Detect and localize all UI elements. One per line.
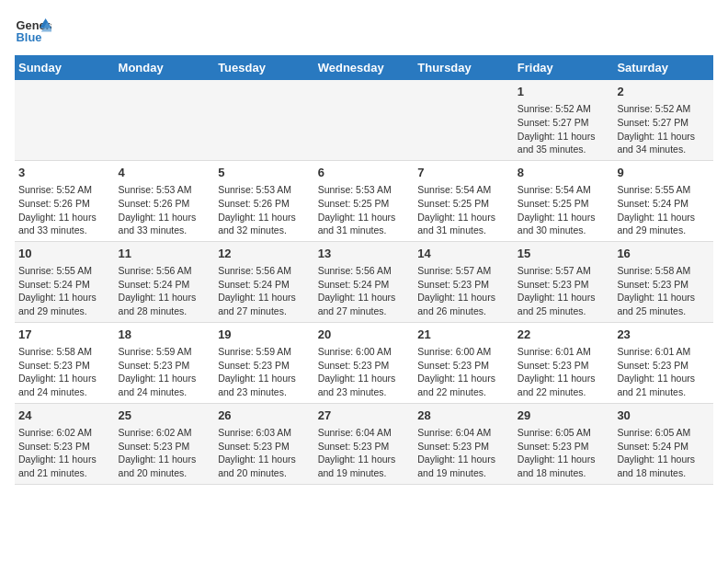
day-info: Sunrise: 6:02 AM — [119, 426, 211, 440]
day-info: Sunset: 5:26 PM — [119, 197, 211, 211]
calendar-cell: 24Sunrise: 6:02 AMSunset: 5:23 PMDayligh… — [15, 403, 115, 484]
day-info: Sunrise: 5:56 AM — [119, 264, 211, 278]
weekday-header-saturday: Saturday — [613, 55, 713, 80]
day-info: Sunrise: 5:53 AM — [318, 183, 411, 197]
day-info: Sunset: 5:24 PM — [318, 278, 411, 292]
logo-icon: General Blue — [15, 15, 51, 48]
day-info: Sunrise: 6:04 AM — [417, 426, 510, 440]
day-info: Sunset: 5:23 PM — [417, 359, 510, 373]
day-info: Daylight: 11 hours and 18 minutes. — [617, 453, 710, 479]
day-info: Sunrise: 6:00 AM — [417, 345, 510, 359]
day-info: Sunrise: 6:05 AM — [617, 426, 710, 440]
day-number: 21 — [417, 327, 510, 343]
day-info: Sunset: 5:27 PM — [617, 116, 710, 130]
calendar-cell: 19Sunrise: 5:59 AMSunset: 5:23 PMDayligh… — [214, 322, 314, 403]
day-info: Daylight: 11 hours and 27 minutes. — [318, 291, 411, 317]
day-info: Daylight: 11 hours and 35 minutes. — [518, 130, 610, 156]
day-number: 23 — [617, 327, 710, 343]
calendar-table: SundayMondayTuesdayWednesdayThursdayFrid… — [15, 55, 713, 485]
calendar-week-2: 3Sunrise: 5:52 AMSunset: 5:26 PMDaylight… — [15, 160, 713, 241]
day-info: Sunrise: 5:57 AM — [417, 264, 510, 278]
day-number: 30 — [617, 408, 710, 424]
day-info: Sunset: 5:23 PM — [318, 440, 411, 454]
calendar-cell: 5Sunrise: 5:53 AMSunset: 5:26 PMDaylight… — [214, 160, 314, 241]
day-info: Sunset: 5:23 PM — [18, 359, 111, 373]
weekday-header-row: SundayMondayTuesdayWednesdayThursdayFrid… — [15, 55, 713, 80]
day-info: Sunrise: 5:59 AM — [218, 345, 311, 359]
calendar-cell: 21Sunrise: 6:00 AMSunset: 5:23 PMDayligh… — [414, 322, 514, 403]
day-info: Sunrise: 5:56 AM — [218, 264, 311, 278]
day-info: Sunrise: 5:55 AM — [18, 264, 111, 278]
day-info: Sunset: 5:23 PM — [119, 440, 211, 454]
day-info: Sunset: 5:24 PM — [218, 278, 311, 292]
day-info: Sunset: 5:23 PM — [617, 278, 710, 292]
day-info: Sunset: 5:23 PM — [518, 359, 610, 373]
day-number: 25 — [119, 408, 211, 424]
weekday-header-wednesday: Wednesday — [314, 55, 415, 80]
day-info: Daylight: 11 hours and 21 minutes. — [617, 372, 710, 398]
day-info: Sunset: 5:25 PM — [318, 197, 411, 211]
svg-text:Blue: Blue — [17, 30, 42, 44]
day-info: Daylight: 11 hours and 23 minutes. — [318, 372, 411, 398]
calendar-cell: 17Sunrise: 5:58 AMSunset: 5:23 PMDayligh… — [15, 322, 115, 403]
day-number: 16 — [617, 246, 710, 262]
day-number: 18 — [119, 327, 211, 343]
day-info: Daylight: 11 hours and 25 minutes. — [518, 291, 610, 317]
day-info: Sunset: 5:23 PM — [417, 278, 510, 292]
weekday-header-friday: Friday — [514, 55, 614, 80]
day-info: Sunrise: 5:55 AM — [617, 183, 710, 197]
day-number: 15 — [518, 246, 610, 262]
day-info: Sunrise: 5:54 AM — [518, 183, 610, 197]
day-number: 8 — [518, 165, 610, 181]
calendar-cell: 2Sunrise: 5:52 AMSunset: 5:27 PMDaylight… — [613, 80, 713, 160]
calendar-cell: 3Sunrise: 5:52 AMSunset: 5:26 PMDaylight… — [15, 160, 115, 241]
day-info: Sunset: 5:24 PM — [617, 197, 710, 211]
calendar-cell: 1Sunrise: 5:52 AMSunset: 5:27 PMDaylight… — [514, 80, 614, 160]
day-info: Sunset: 5:24 PM — [617, 440, 710, 454]
day-info: Sunrise: 6:05 AM — [518, 426, 610, 440]
calendar-cell: 11Sunrise: 5:56 AMSunset: 5:24 PMDayligh… — [115, 241, 215, 322]
day-info: Daylight: 11 hours and 20 minutes. — [218, 453, 311, 479]
day-number: 26 — [218, 408, 311, 424]
calendar-cell: 8Sunrise: 5:54 AMSunset: 5:25 PMDaylight… — [514, 160, 614, 241]
day-info: Sunrise: 6:04 AM — [318, 426, 411, 440]
day-info: Daylight: 11 hours and 30 minutes. — [518, 211, 610, 237]
day-info: Sunrise: 6:00 AM — [318, 345, 411, 359]
calendar-cell: 14Sunrise: 5:57 AMSunset: 5:23 PMDayligh… — [414, 241, 514, 322]
calendar-cell — [115, 80, 215, 160]
day-info: Sunset: 5:24 PM — [119, 278, 211, 292]
calendar-cell: 4Sunrise: 5:53 AMSunset: 5:26 PMDaylight… — [115, 160, 215, 241]
day-info: Sunrise: 5:58 AM — [617, 264, 710, 278]
day-info: Daylight: 11 hours and 20 minutes. — [119, 453, 211, 479]
day-info: Sunset: 5:25 PM — [417, 197, 510, 211]
day-number: 12 — [218, 246, 311, 262]
day-info: Daylight: 11 hours and 18 minutes. — [518, 453, 610, 479]
day-info: Sunrise: 6:03 AM — [218, 426, 311, 440]
calendar-cell — [414, 80, 514, 160]
day-number: 11 — [119, 246, 211, 262]
calendar-cell: 30Sunrise: 6:05 AMSunset: 5:24 PMDayligh… — [613, 403, 713, 484]
calendar-body: 1Sunrise: 5:52 AMSunset: 5:27 PMDaylight… — [15, 80, 713, 484]
day-info: Sunrise: 6:02 AM — [18, 426, 111, 440]
calendar-cell: 10Sunrise: 5:55 AMSunset: 5:24 PMDayligh… — [15, 241, 115, 322]
calendar-cell: 13Sunrise: 5:56 AMSunset: 5:24 PMDayligh… — [314, 241, 415, 322]
day-info: Sunset: 5:23 PM — [518, 278, 610, 292]
calendar-cell — [15, 80, 115, 160]
day-info: Sunrise: 5:59 AM — [119, 345, 211, 359]
day-number: 5 — [218, 165, 311, 181]
calendar-cell: 22Sunrise: 6:01 AMSunset: 5:23 PMDayligh… — [514, 322, 614, 403]
calendar-cell: 25Sunrise: 6:02 AMSunset: 5:23 PMDayligh… — [115, 403, 215, 484]
calendar-cell: 20Sunrise: 6:00 AMSunset: 5:23 PMDayligh… — [314, 322, 415, 403]
day-info: Sunrise: 5:52 AM — [518, 102, 610, 116]
day-number: 14 — [417, 246, 510, 262]
day-info: Sunset: 5:23 PM — [218, 359, 311, 373]
day-info: Sunrise: 6:01 AM — [617, 345, 710, 359]
calendar-header: SundayMondayTuesdayWednesdayThursdayFrid… — [15, 55, 713, 80]
day-info: Sunset: 5:26 PM — [18, 197, 111, 211]
calendar-cell: 18Sunrise: 5:59 AMSunset: 5:23 PMDayligh… — [115, 322, 215, 403]
day-info: Daylight: 11 hours and 22 minutes. — [518, 372, 610, 398]
day-info: Daylight: 11 hours and 22 minutes. — [417, 372, 510, 398]
day-number: 29 — [518, 408, 610, 424]
day-info: Daylight: 11 hours and 26 minutes. — [417, 291, 510, 317]
day-number: 19 — [218, 327, 311, 343]
